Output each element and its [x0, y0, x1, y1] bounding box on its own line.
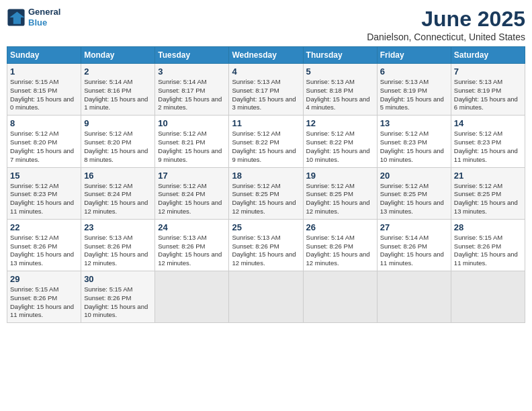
calendar-cell: 20Sunrise: 5:12 AMSunset: 8:25 PMDayligh… [377, 167, 451, 219]
calendar-cell: 6Sunrise: 5:13 AMSunset: 8:19 PMDaylight… [377, 64, 451, 116]
calendar-cell: 16Sunrise: 5:12 AMSunset: 8:24 PMDayligh… [81, 167, 155, 219]
logo: General Blue [7, 7, 60, 28]
title-area: June 2025 Danielson, Connecticut, United… [367, 7, 525, 42]
calendar-cell: 29Sunrise: 5:15 AMSunset: 8:26 PMDayligh… [7, 271, 81, 323]
day-info: Sunrise: 5:12 AMSunset: 8:22 PMDaylight:… [232, 130, 300, 164]
column-header-saturday: Saturday [451, 47, 525, 64]
day-number: 29 [10, 274, 78, 284]
header: General Blue June 2025 Danielson, Connec… [7, 7, 525, 42]
day-info: Sunrise: 5:15 AMSunset: 8:26 PMDaylight:… [10, 285, 78, 320]
day-info: Sunrise: 5:13 AMSunset: 8:26 PMDaylight:… [84, 234, 152, 268]
week-row-4: 22Sunrise: 5:12 AMSunset: 8:26 PMDayligh… [7, 219, 525, 271]
day-info: Sunrise: 5:13 AMSunset: 8:18 PMDaylight:… [306, 78, 374, 112]
column-header-friday: Friday [377, 47, 451, 64]
day-info: Sunrise: 5:12 AMSunset: 8:21 PMDaylight:… [158, 130, 226, 164]
calendar-cell: 3Sunrise: 5:14 AMSunset: 8:17 PMDaylight… [155, 64, 229, 116]
day-number: 11 [232, 118, 300, 128]
calendar-cell: 8Sunrise: 5:12 AMSunset: 8:20 PMDaylight… [7, 116, 81, 167]
week-row-5: 29Sunrise: 5:15 AMSunset: 8:26 PMDayligh… [7, 271, 525, 323]
day-number: 23 [84, 222, 152, 232]
calendar-cell: 7Sunrise: 5:13 AMSunset: 8:19 PMDaylight… [451, 64, 525, 116]
day-number: 14 [454, 118, 522, 128]
calendar-cell: 4Sunrise: 5:13 AMSunset: 8:17 PMDaylight… [229, 64, 303, 116]
day-number: 5 [306, 66, 374, 77]
logo-text: General Blue [28, 7, 60, 28]
day-info: Sunrise: 5:12 AMSunset: 8:25 PMDaylight:… [454, 182, 522, 216]
day-number: 20 [380, 171, 448, 181]
calendar-cell: 27Sunrise: 5:14 AMSunset: 8:26 PMDayligh… [377, 219, 451, 271]
day-info: Sunrise: 5:12 AMSunset: 8:23 PMDaylight:… [380, 130, 448, 164]
day-info: Sunrise: 5:12 AMSunset: 8:20 PMDaylight:… [84, 130, 152, 164]
day-number: 2 [84, 66, 152, 77]
calendar-cell: 24Sunrise: 5:13 AMSunset: 8:26 PMDayligh… [155, 219, 229, 271]
week-row-1: 1Sunrise: 5:15 AMSunset: 8:15 PMDaylight… [7, 64, 525, 116]
day-info: Sunrise: 5:12 AMSunset: 8:24 PMDaylight:… [84, 182, 152, 216]
day-info: Sunrise: 5:12 AMSunset: 8:23 PMDaylight:… [454, 130, 522, 164]
day-number: 6 [380, 66, 448, 77]
day-number: 24 [158, 222, 226, 232]
calendar-cell: 28Sunrise: 5:15 AMSunset: 8:26 PMDayligh… [451, 219, 525, 271]
calendar-cell: 15Sunrise: 5:12 AMSunset: 8:23 PMDayligh… [7, 167, 81, 219]
day-number: 18 [232, 171, 300, 181]
calendar-cell: 18Sunrise: 5:12 AMSunset: 8:25 PMDayligh… [229, 167, 303, 219]
calendar-cell: 23Sunrise: 5:13 AMSunset: 8:26 PMDayligh… [81, 219, 155, 271]
calendar-cell: 21Sunrise: 5:12 AMSunset: 8:25 PMDayligh… [451, 167, 525, 219]
month-title: June 2025 [367, 7, 525, 32]
calendar-cell: 1Sunrise: 5:15 AMSunset: 8:15 PMDaylight… [7, 64, 81, 116]
day-number: 19 [306, 171, 374, 181]
calendar-cell: 5Sunrise: 5:13 AMSunset: 8:18 PMDaylight… [303, 64, 377, 116]
header-row: SundayMondayTuesdayWednesdayThursdayFrid… [7, 47, 525, 64]
calendar-cell: 13Sunrise: 5:12 AMSunset: 8:23 PMDayligh… [377, 116, 451, 167]
calendar-cell: 10Sunrise: 5:12 AMSunset: 8:21 PMDayligh… [155, 116, 229, 167]
calendar-cell [451, 271, 525, 323]
day-number: 16 [84, 171, 152, 181]
column-header-thursday: Thursday [303, 47, 377, 64]
week-row-3: 15Sunrise: 5:12 AMSunset: 8:23 PMDayligh… [7, 167, 525, 219]
calendar-cell: 17Sunrise: 5:12 AMSunset: 8:24 PMDayligh… [155, 167, 229, 219]
day-info: Sunrise: 5:13 AMSunset: 8:17 PMDaylight:… [232, 78, 300, 112]
day-number: 1 [10, 66, 78, 77]
calendar-cell: 26Sunrise: 5:14 AMSunset: 8:26 PMDayligh… [303, 219, 377, 271]
day-info: Sunrise: 5:12 AMSunset: 8:25 PMDaylight:… [380, 182, 448, 216]
day-info: Sunrise: 5:14 AMSunset: 8:16 PMDaylight:… [84, 78, 152, 112]
day-info: Sunrise: 5:15 AMSunset: 8:15 PMDaylight:… [10, 78, 78, 112]
calendar-cell: 25Sunrise: 5:13 AMSunset: 8:26 PMDayligh… [229, 219, 303, 271]
day-info: Sunrise: 5:13 AMSunset: 8:19 PMDaylight:… [380, 78, 448, 112]
calendar-cell: 14Sunrise: 5:12 AMSunset: 8:23 PMDayligh… [451, 116, 525, 167]
day-info: Sunrise: 5:12 AMSunset: 8:24 PMDaylight:… [158, 182, 226, 216]
day-number: 17 [158, 171, 226, 181]
day-number: 27 [380, 222, 448, 232]
day-number: 7 [454, 66, 522, 77]
calendar-cell [303, 271, 377, 323]
day-info: Sunrise: 5:12 AMSunset: 8:25 PMDaylight:… [232, 182, 300, 216]
calendar-cell: 9Sunrise: 5:12 AMSunset: 8:20 PMDaylight… [81, 116, 155, 167]
day-number: 15 [10, 171, 78, 181]
day-info: Sunrise: 5:12 AMSunset: 8:20 PMDaylight:… [10, 130, 78, 164]
day-info: Sunrise: 5:15 AMSunset: 8:26 PMDaylight:… [454, 234, 522, 268]
day-number: 13 [380, 118, 448, 128]
day-number: 21 [454, 171, 522, 181]
day-info: Sunrise: 5:15 AMSunset: 8:26 PMDaylight:… [84, 285, 152, 320]
day-info: Sunrise: 5:14 AMSunset: 8:26 PMDaylight:… [306, 234, 374, 268]
day-number: 8 [10, 118, 78, 128]
day-number: 30 [84, 274, 152, 284]
day-info: Sunrise: 5:14 AMSunset: 8:26 PMDaylight:… [380, 234, 448, 268]
calendar-cell: 12Sunrise: 5:12 AMSunset: 8:22 PMDayligh… [303, 116, 377, 167]
day-info: Sunrise: 5:12 AMSunset: 8:23 PMDaylight:… [10, 182, 78, 216]
day-number: 3 [158, 66, 226, 77]
column-header-tuesday: Tuesday [155, 47, 229, 64]
day-number: 9 [84, 118, 152, 128]
calendar-cell [155, 271, 229, 323]
column-header-wednesday: Wednesday [229, 47, 303, 64]
day-number: 25 [232, 222, 300, 232]
calendar-table: SundayMondayTuesdayWednesdayThursdayFrid… [7, 46, 525, 323]
calendar-cell: 22Sunrise: 5:12 AMSunset: 8:26 PMDayligh… [7, 219, 81, 271]
column-header-monday: Monday [81, 47, 155, 64]
day-info: Sunrise: 5:13 AMSunset: 8:26 PMDaylight:… [232, 234, 300, 268]
calendar-cell: 19Sunrise: 5:12 AMSunset: 8:25 PMDayligh… [303, 167, 377, 219]
day-info: Sunrise: 5:13 AMSunset: 8:19 PMDaylight:… [454, 78, 522, 112]
day-info: Sunrise: 5:14 AMSunset: 8:17 PMDaylight:… [158, 78, 226, 112]
calendar-cell: 11Sunrise: 5:12 AMSunset: 8:22 PMDayligh… [229, 116, 303, 167]
day-info: Sunrise: 5:13 AMSunset: 8:26 PMDaylight:… [158, 234, 226, 268]
calendar-cell: 2Sunrise: 5:14 AMSunset: 8:16 PMDaylight… [81, 64, 155, 116]
